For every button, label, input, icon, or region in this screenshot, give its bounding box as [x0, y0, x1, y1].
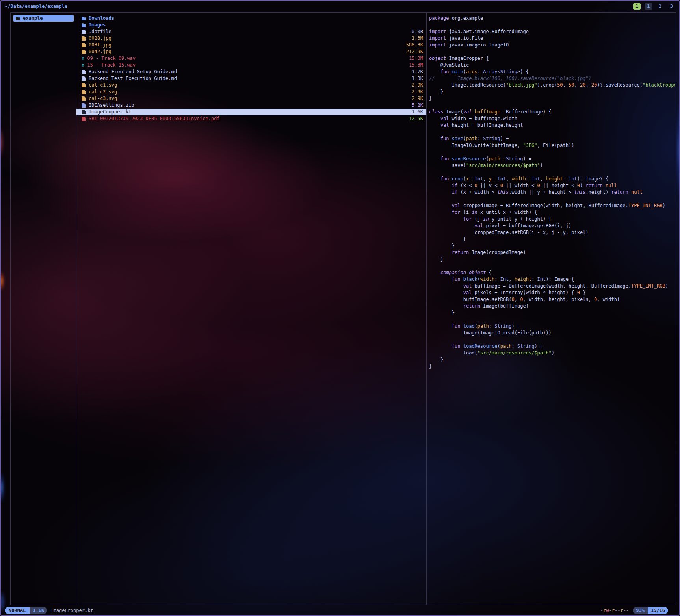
file-row[interactable]: 0042.jpg212.9K — [76, 48, 426, 55]
file-row[interactable]: 0028.jpg1.3M — [76, 35, 426, 42]
code-line: object ImageCropper { — [429, 55, 675, 62]
file-icon — [82, 103, 86, 108]
code-line: val buffImage = BufferedImage(width, hei… — [429, 283, 675, 289]
code-line — [429, 169, 675, 176]
file-row[interactable]: 09 - Track 09.wav15.3M — [76, 55, 426, 62]
code-line: if (x + width > this.width || y + height… — [429, 189, 675, 196]
task-count-badge: 1 — [633, 3, 641, 10]
code-line: @JvmStatic — [429, 62, 675, 69]
file-row[interactable]: .dotfile0.0B — [76, 28, 426, 35]
status-filename: ImageCropper.kt — [50, 607, 93, 614]
file-name: 0042.jpg — [89, 48, 111, 55]
panes-container: example DownloadsImages.dotfile0.0B0028.… — [10, 12, 676, 605]
file-row[interactable]: cal-c2.svg2.9K — [76, 89, 426, 95]
file-name: Images — [89, 22, 106, 28]
file-name: 15 - Track 15.wav — [87, 62, 136, 69]
file-row[interactable]: IDEAsettings.zip5.2K — [76, 102, 426, 109]
wallpaper-glow — [0, 271, 4, 291]
code-line: } — [429, 256, 675, 263]
folder-icon — [82, 23, 86, 27]
code-line: return Image(croppedImage) — [429, 249, 675, 256]
code-line: companion object { — [429, 269, 675, 276]
file-name: Backend_Frontend_Setup_Guide.md — [89, 69, 177, 75]
code-line — [429, 102, 675, 109]
audio-icon — [82, 55, 84, 62]
tab-bar: 1 123 — [633, 3, 675, 10]
scroll-percent-badge: 93% — [633, 607, 648, 614]
code-line: import java.awt.image.BufferedImage — [429, 28, 675, 35]
code-line: } — [429, 243, 675, 249]
file-row[interactable]: cal-c3.svg2.9K — [76, 95, 426, 102]
file-name: cal-c3.svg — [89, 95, 117, 102]
code-line: } — [429, 95, 675, 102]
code-line: if (x < 0 || y < 0 || width < 0 || heigh… — [429, 182, 675, 189]
file-icon — [82, 30, 86, 34]
file-row[interactable]: 0031.jpg586.3K — [76, 42, 426, 48]
file-row[interactable]: Backend_Test_Execution_Guide.md1.3K — [76, 75, 426, 82]
code-line: fun black(width: Int, height: Int): Imag… — [429, 276, 675, 283]
file-size: 2.9K — [408, 82, 423, 89]
wallpaper-glow — [677, 100, 680, 199]
tab-3[interactable]: 3 — [668, 3, 675, 10]
code-line — [429, 149, 675, 156]
file-row[interactable]: cal-c1.svg2.9K — [76, 82, 426, 89]
file-name: 09 - Track 09.wav — [87, 55, 136, 62]
code-line: } — [429, 89, 675, 95]
code-line: } — [429, 356, 675, 363]
status-right: -rw-r--r-- 93% 15/16 — [600, 607, 675, 614]
code-line — [429, 316, 675, 323]
folder-icon — [16, 16, 20, 20]
file-icon — [82, 117, 86, 121]
code-line — [429, 129, 675, 135]
file-icon — [82, 90, 86, 94]
code-line: val width = buffImage.width — [429, 115, 675, 122]
code-line: for (j in y until y + height) { — [429, 216, 675, 223]
tab-1[interactable]: 1 — [645, 3, 652, 10]
file-name: ImageCropper.kt — [89, 109, 131, 115]
file-size: 12.5K — [405, 115, 423, 122]
file-icon — [82, 76, 86, 81]
code-line: val pixel = buffImage.getRGB(i, j) — [429, 223, 675, 229]
file-row[interactable]: Backend_Frontend_Setup_Guide.md1.7K — [76, 69, 426, 75]
status-bar: NORMAL 1.6K ImageCropper.kt -rw-r--r-- 9… — [5, 607, 675, 614]
file-icon — [82, 43, 86, 47]
code-line: Image(ImageIO.read(File(path))) — [429, 330, 675, 336]
code-line: fun crop(x: Int, y: Int, width: Int, hei… — [429, 176, 675, 182]
file-row[interactable]: 15 - Track 15.wav15.3M — [76, 62, 426, 69]
file-size: 1.3K — [408, 75, 423, 82]
code-line: class Image(val buffImage: BufferedImage… — [429, 109, 675, 115]
file-icon — [82, 110, 86, 114]
file-name: Backend_Test_Execution_Guide.md — [89, 75, 177, 82]
code-line: fun loadResource(path: String) = — [429, 343, 675, 350]
file-icon — [82, 36, 86, 41]
file-row[interactable]: ImageCropper.kt1.6K — [76, 109, 426, 115]
wallpaper-glow — [0, 127, 4, 158]
code-line: save("src/main/resources/$path") — [429, 162, 675, 169]
file-size: 5.2K — [408, 102, 423, 109]
parent-dir-item[interactable]: example — [13, 15, 74, 22]
code-line: // Image.black(100, 100).saveResource("b… — [429, 75, 675, 82]
folder-icon — [82, 16, 86, 20]
file-name: SBI_0032013739_2023_DE05_0003155631Invoi… — [89, 115, 219, 122]
audio-icon — [82, 62, 84, 69]
code-line — [429, 196, 675, 202]
file-row[interactable]: SBI_0032013739_2023_DE05_0003155631Invoi… — [76, 115, 426, 122]
file-icon — [82, 83, 86, 87]
file-row[interactable]: Images — [76, 22, 426, 28]
parent-dir-label: example — [23, 15, 43, 22]
file-size: 1.3M — [408, 35, 423, 42]
tab-2[interactable]: 2 — [656, 3, 664, 10]
file-size: 212.9K — [402, 48, 423, 55]
code-line: fun main(args: Array<String>) { — [429, 69, 675, 75]
file-icon — [82, 50, 86, 54]
code-line: package org.example — [429, 15, 675, 22]
code-line: Image.loadResource("black.jpg").crop(50,… — [429, 82, 675, 89]
code-line — [429, 22, 675, 28]
file-name: IDEAsettings.zip — [89, 102, 134, 109]
code-line: val height = buffImage.height — [429, 122, 675, 129]
file-size: 15.3M — [405, 62, 423, 69]
code-line: import javax.imageio.ImageIO — [429, 42, 675, 48]
file-list: DownloadsImages.dotfile0.0B0028.jpg1.3M0… — [76, 13, 426, 122]
file-row[interactable]: Downloads — [76, 15, 426, 22]
parent-pane: example — [11, 13, 76, 604]
